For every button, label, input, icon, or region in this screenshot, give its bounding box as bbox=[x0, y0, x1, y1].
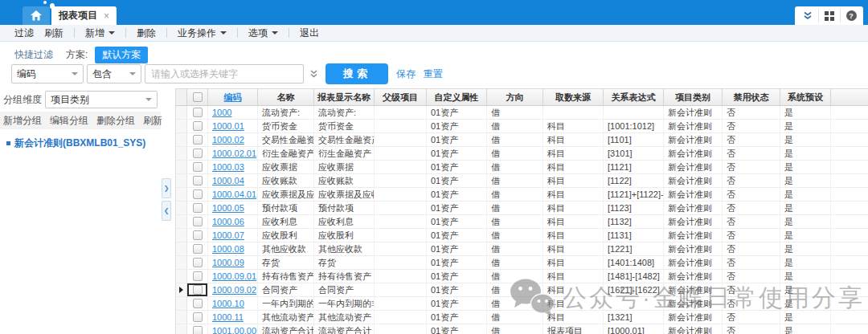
row-checkbox[interactable] bbox=[193, 108, 203, 117]
table-row[interactable]: 1000.02交易性金融资产交易性金融资产01资产借科目[1101]新会计准则否… bbox=[176, 133, 868, 147]
collapse-double-chevron-icon[interactable] bbox=[796, 9, 818, 22]
expand-filter-chevron-icon[interactable] bbox=[309, 69, 318, 79]
table-row[interactable]: 1000.01货币资金货币资金01资产借科目[1001:1012]新会计准则否是 bbox=[176, 120, 868, 133]
cell-data_source: 科目 bbox=[543, 311, 604, 324]
table-row[interactable]: 1000.06应收利息应收利息01资产借科目[1132]新会计准则否是 bbox=[176, 215, 868, 229]
row-checkbox[interactable] bbox=[193, 176, 203, 185]
row-checkbox[interactable] bbox=[193, 299, 203, 308]
code-link[interactable]: 1000.10 bbox=[212, 299, 244, 308]
table-row[interactable]: 1000.10一年内到期的非流一年内到期的非流01资产借科目新会计准则否是 bbox=[176, 297, 868, 311]
scheme-default-button[interactable]: 默认方案 bbox=[95, 47, 148, 63]
code-link[interactable]: 1000.03 bbox=[212, 162, 244, 172]
row-checkbox[interactable] bbox=[193, 135, 203, 145]
code-link[interactable]: 1000.06 bbox=[212, 217, 244, 226]
table-row[interactable]: 1000.11其他流动资产其他流动资产01资产借科目[1321]新会计准则否是 bbox=[176, 311, 868, 324]
toolbar-item-new[interactable]: 新增 bbox=[85, 26, 115, 40]
row-checkbox[interactable] bbox=[193, 189, 203, 199]
search-button[interactable]: 搜索 bbox=[326, 63, 388, 84]
toolbar-item-delete[interactable]: 删除 bbox=[137, 26, 156, 40]
cell-category: 新会计准则 bbox=[664, 161, 723, 173]
column-header-data_source[interactable]: 取数来源 bbox=[543, 89, 604, 105]
filter-field-select[interactable]: 编码 bbox=[11, 64, 84, 84]
table-row[interactable]: 1000.09存货存货01资产借科目[1401:1408]新会计准则否是 bbox=[176, 256, 868, 270]
group-action-0[interactable]: 新增分组 bbox=[3, 114, 42, 128]
code-link[interactable]: 1000.05 bbox=[212, 203, 244, 213]
row-checkbox[interactable] bbox=[193, 244, 203, 254]
table-row[interactable]: 1000.03应收票据应收票据01资产借科目[1121]新会计准则否是 bbox=[176, 161, 868, 174]
quick-filter-toggle[interactable]: 快捷过滤 bbox=[14, 48, 53, 62]
apps-grid-icon[interactable] bbox=[818, 9, 840, 22]
tree-item[interactable]: 新会计准则(BBXMLB01_SYS) bbox=[6, 136, 161, 150]
splitter-expand-icon[interactable]: ❯ bbox=[162, 178, 171, 198]
column-header-name[interactable]: 名称 bbox=[258, 89, 314, 105]
table-row[interactable]: 1000.04.01应收票据及应收账应收票据及应收账01资产借科目[1121]+… bbox=[176, 188, 868, 202]
row-checkbox[interactable] bbox=[193, 121, 203, 131]
toolbar-item-biz-ops[interactable]: 业务操作 bbox=[178, 26, 227, 40]
table-row[interactable]: 1000流动资产:流动资产:01资产借新会计准则否是 bbox=[176, 106, 868, 120]
column-header-expression[interactable]: 关系表达式 bbox=[604, 89, 664, 105]
toolbar-item-filter[interactable]: 过滤 bbox=[14, 26, 34, 40]
row-checkbox[interactable] bbox=[193, 271, 203, 281]
row-indicator-cell bbox=[176, 133, 187, 146]
code-link[interactable]: 1000.04 bbox=[212, 176, 244, 185]
toolbar-item-exit[interactable]: 退出 bbox=[300, 26, 319, 40]
group-dimension-select[interactable]: 项目类别 bbox=[45, 91, 158, 108]
code-link[interactable]: 1000 bbox=[212, 108, 231, 117]
code-link[interactable]: 1000.07 bbox=[212, 230, 244, 240]
splitter-collapse-icon[interactable]: ❮ bbox=[162, 201, 171, 221]
code-link[interactable]: 1000.02.01 bbox=[212, 149, 256, 158]
code-link[interactable]: 1000.09.02 bbox=[212, 285, 256, 295]
row-checkbox[interactable] bbox=[193, 217, 203, 226]
code-link[interactable]: 1000.02 bbox=[212, 135, 244, 145]
table-row[interactable]: 1000.08其他应收款其他应收款01资产借科目[1221]新会计准则否是 bbox=[176, 242, 868, 256]
column-header-direction[interactable]: 方向 bbox=[487, 89, 543, 105]
cell-display_name: 其他应收款 bbox=[314, 242, 375, 255]
table-row[interactable]: 1000.07应收股利应收股利01资产借科目[1131]新会计准则否是 bbox=[176, 229, 868, 242]
table-row[interactable]: 1000.05预付款项预付款项01资产借科目[1123]新会计准则否是 bbox=[176, 202, 868, 215]
tab-report-items[interactable]: 报表项目 × bbox=[51, 6, 117, 25]
table-row[interactable]: 1000.09.01持有待售资产持有待售资产01资产借科目[1481]-[148… bbox=[176, 270, 868, 283]
table-row[interactable]: 1000.02.01衍生金融资产衍生金融资产01资产借科目[3101]新会计准则… bbox=[176, 147, 868, 161]
panel-splitter[interactable]: ❯ ❮ bbox=[161, 88, 174, 334]
column-header-disabled[interactable]: 禁用状态 bbox=[723, 89, 780, 105]
cell-disabled: 否 bbox=[723, 242, 780, 255]
group-action-2[interactable]: 删除分组 bbox=[96, 114, 135, 128]
keyword-input[interactable] bbox=[145, 64, 304, 84]
code-link[interactable]: 1000.08 bbox=[212, 244, 244, 254]
column-header-custom_attr[interactable]: 自定义属性 bbox=[427, 89, 487, 105]
reset-link[interactable]: 重置 bbox=[424, 67, 443, 81]
code-link[interactable]: 1000.09 bbox=[212, 258, 244, 267]
select-all-checkbox[interactable] bbox=[193, 92, 203, 102]
group-action-3[interactable]: 刷新 bbox=[143, 114, 162, 128]
group-action-1[interactable]: 编辑分组 bbox=[50, 114, 88, 128]
save-link[interactable]: 保存 bbox=[396, 67, 416, 81]
toolbar-item-options[interactable]: 选项 bbox=[248, 26, 278, 40]
cell-name: 存货 bbox=[258, 256, 314, 269]
code-link[interactable]: 1000.04.01 bbox=[212, 189, 256, 199]
code-link[interactable]: 1000.09.01 bbox=[212, 271, 256, 281]
table-row[interactable]: 1000.04应收账款应收账款01资产借科目[1122]新会计准则否是 bbox=[176, 174, 868, 188]
table-row[interactable]: 1000.09.02合同资产合同资产01资产借科目[1621]-[1622]新会… bbox=[176, 283, 868, 297]
row-checkbox[interactable] bbox=[193, 258, 203, 267]
row-checkbox[interactable] bbox=[193, 230, 203, 240]
code-link[interactable]: 1001.00.00 bbox=[212, 326, 256, 334]
filter-operator-select[interactable]: 包含 bbox=[87, 64, 141, 84]
home-tab[interactable] bbox=[23, 6, 50, 25]
toolbar-item-refresh[interactable]: 刷新 bbox=[44, 26, 63, 40]
close-icon[interactable]: × bbox=[104, 11, 109, 21]
column-header-category[interactable]: 项目类别 bbox=[664, 89, 723, 105]
column-header-preset[interactable]: 系统预设 bbox=[780, 89, 831, 105]
code-link[interactable]: 1000.01 bbox=[212, 121, 244, 131]
column-header-code[interactable]: 编码 bbox=[208, 89, 258, 105]
row-checkbox[interactable] bbox=[193, 312, 203, 322]
row-checkbox[interactable] bbox=[193, 326, 203, 334]
help-icon[interactable]: ? bbox=[840, 9, 862, 22]
row-checkbox[interactable] bbox=[193, 285, 203, 295]
row-checkbox[interactable] bbox=[193, 203, 203, 213]
column-header-display_name[interactable]: 报表显示名称 bbox=[314, 89, 375, 105]
column-header-parent[interactable]: 父级项目 bbox=[375, 89, 427, 105]
code-link[interactable]: 1000.11 bbox=[212, 312, 244, 322]
row-checkbox[interactable] bbox=[193, 149, 203, 158]
row-checkbox[interactable] bbox=[193, 162, 203, 172]
table-row[interactable]: 1001.00.00流动资产合计流动资产合计01资产借报表项目[1000.01]… bbox=[176, 324, 868, 334]
